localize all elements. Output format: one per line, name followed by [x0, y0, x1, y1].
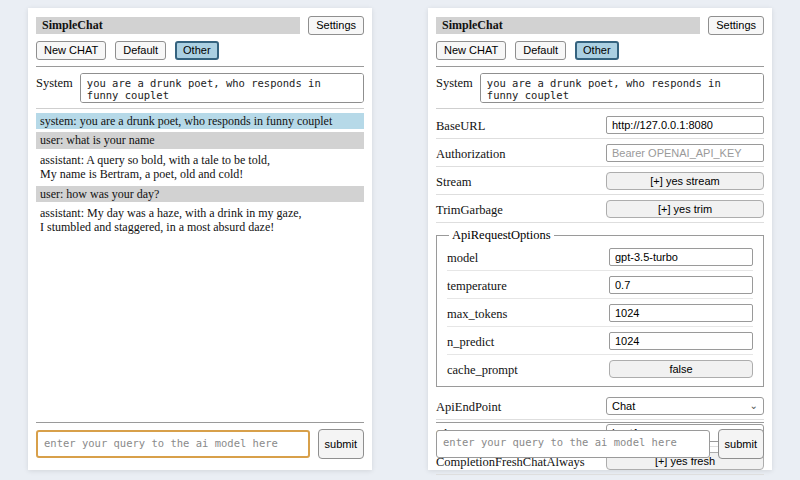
header: SimpleChat Settings	[436, 16, 764, 35]
api-request-options-legend: ApiRequestOptions	[449, 228, 554, 243]
setting-row-stream: Stream [+] yes stream	[436, 167, 764, 195]
setting-row-cache-prompt: cache_prompt false	[447, 355, 753, 382]
system-prompt-input[interactable]: you are a drunk poet, who responds in fu…	[480, 73, 764, 103]
baseurl-label: BaseURL	[436, 116, 485, 134]
api-request-options-fieldset: ApiRequestOptions model temperature max_…	[436, 228, 764, 387]
authorization-label: Authorization	[436, 144, 505, 162]
setting-row-authorization: Authorization	[436, 139, 764, 167]
submit-button[interactable]: submit	[718, 429, 764, 459]
setting-row-model: model	[447, 243, 753, 271]
session-default-button[interactable]: Default	[515, 41, 566, 60]
session-toolbar: New CHAT Default Other	[36, 41, 364, 60]
system-label: System	[36, 73, 73, 91]
cache-prompt-toggle-button[interactable]: false	[609, 360, 753, 378]
app-title: SimpleChat	[436, 17, 700, 34]
setting-row-trimgarbage: TrimGarbage [+] yes trim	[436, 195, 764, 223]
temperature-label: temperature	[447, 276, 507, 294]
system-prompt-input[interactable]: you are a drunk poet, who responds in fu…	[80, 73, 364, 103]
session-toolbar: New CHAT Default Other	[436, 41, 764, 60]
divider	[36, 108, 364, 109]
chat-message-assistant: assistant: My day was a haze, with a dri…	[36, 205, 364, 236]
stream-label: Stream	[436, 172, 471, 190]
query-area: submit	[436, 416, 764, 459]
chat-message-user: user: what is your name	[36, 132, 364, 148]
temperature-input[interactable]	[609, 276, 753, 294]
model-input[interactable]	[609, 248, 753, 266]
session-default-button[interactable]: Default	[115, 41, 166, 60]
n-predict-input[interactable]	[609, 332, 753, 350]
new-chat-button[interactable]: New CHAT	[436, 41, 506, 60]
model-label: model	[447, 248, 478, 266]
setting-row-max-tokens: max_tokens	[447, 299, 753, 327]
system-label: System	[436, 73, 473, 91]
session-other-button[interactable]: Other	[575, 41, 619, 60]
chat-message-user: user: how was your day?	[36, 186, 364, 202]
query-input[interactable]	[36, 430, 310, 458]
chat-message-assistant: assistant: A query so bold, with a tale …	[36, 152, 364, 183]
n-predict-label: n_predict	[447, 332, 494, 350]
setting-row-baseurl: BaseURL	[436, 111, 764, 139]
divider	[436, 108, 764, 109]
chat-message-list: system: you are a drunk poet, who respon…	[36, 113, 364, 236]
authorization-input[interactable]	[606, 144, 764, 162]
setting-row-completion-insert-role-prefix: CompletionInsertStandardRolePrefix [-] d…	[436, 475, 764, 480]
system-prompt-row: System you are a drunk poet, who respond…	[36, 73, 364, 103]
api-endpoint-select[interactable]: Chat ⌄	[606, 397, 764, 415]
trimgarbage-toggle-button[interactable]: [+] yes trim	[606, 200, 764, 218]
divider	[36, 422, 364, 423]
setting-row-n-predict: n_predict	[447, 327, 753, 355]
header: SimpleChat Settings	[36, 16, 364, 35]
settings-button[interactable]: Settings	[308, 16, 364, 35]
app-title: SimpleChat	[36, 17, 300, 34]
chevron-down-icon: ⌄	[750, 401, 758, 411]
cache-prompt-label: cache_prompt	[447, 360, 518, 378]
api-endpoint-label: ApiEndPoint	[436, 397, 501, 415]
session-other-button[interactable]: Other	[175, 41, 219, 60]
system-prompt-row: System you are a drunk poet, who respond…	[436, 73, 764, 103]
baseurl-input[interactable]	[606, 116, 764, 134]
panel-chat-view: SimpleChat Settings New CHAT Default Oth…	[28, 8, 372, 470]
trimgarbage-label: TrimGarbage	[436, 200, 503, 218]
divider	[436, 66, 764, 67]
divider	[36, 66, 364, 67]
api-endpoint-selected-value: Chat	[612, 400, 635, 412]
submit-button[interactable]: submit	[318, 429, 364, 459]
new-chat-button[interactable]: New CHAT	[36, 41, 106, 60]
settings-button[interactable]: Settings	[708, 16, 764, 35]
chat-message-system: system: you are a drunk poet, who respon…	[36, 113, 364, 129]
query-input[interactable]	[436, 430, 710, 458]
stream-toggle-button[interactable]: [+] yes stream	[606, 172, 764, 190]
max-tokens-input[interactable]	[609, 304, 753, 322]
divider	[436, 422, 764, 423]
query-area: submit	[36, 416, 364, 459]
panel-settings-view: SimpleChat Settings New CHAT Default Oth…	[428, 8, 772, 470]
max-tokens-label: max_tokens	[447, 304, 507, 322]
setting-row-temperature: temperature	[447, 271, 753, 299]
